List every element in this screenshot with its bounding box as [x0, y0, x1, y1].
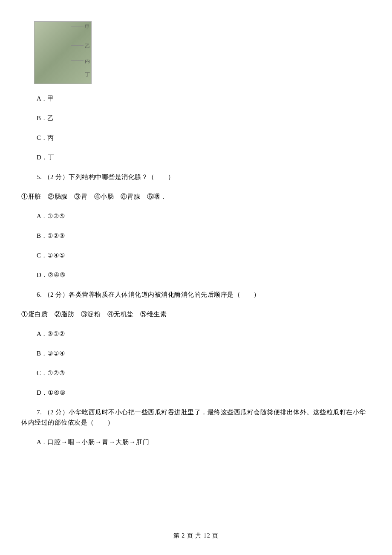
q4-option-c: C . 丙 [37, 133, 371, 143]
q5-option-c: C . ①④⑤ [37, 250, 371, 260]
q6-option-d: D . ①④⑤ [37, 387, 371, 398]
q6-stem: 6. （2 分）各类营养物质在人体消化道内被消化酶消化的先后顺序是（ ） [37, 289, 371, 300]
q6-option-c: C . ①②③ [37, 368, 371, 378]
q5-option-a: A . ①②⑤ [37, 211, 371, 221]
q7-option-a: A . 口腔→咽→小肠→胃→大肠→肛门 [37, 437, 371, 447]
page-footer: 第 2 页 共 12 页 [0, 532, 392, 540]
anatomy-label-jia: 甲 [85, 23, 90, 31]
anatomy-label-ding: 丁 [85, 71, 90, 79]
q5-option-b: B . ①②③ [37, 231, 371, 241]
q4-option-a: A . 甲 [37, 93, 371, 104]
q7-stem: 7. （2 分）小华吃西瓜时不小心把一些西瓜籽吞进肚里了，最终这些西瓜籽会随粪便… [21, 407, 371, 428]
q4-option-b: B . 乙 [37, 113, 371, 123]
q6-list: ①蛋白质 ②脂肪 ③淀粉 ④无机盐 ⑤维生素 [21, 309, 371, 319]
anatomy-diagram: 甲 乙 丙 丁 [34, 21, 92, 84]
q5-list: ①肝脏 ②肠腺 ③胃 ④小肠 ⑤胃腺 ⑥咽． [21, 191, 371, 202]
q5-stem: 5. （2 分）下列结构中哪些是消化腺？（ ） [37, 172, 371, 182]
q6-option-b: B . ③①④ [37, 348, 371, 358]
q5-option-d: D . ②④⑤ [37, 270, 371, 280]
q6-option-a: A . ③①② [37, 329, 371, 339]
q4-option-d: D . 丁 [37, 152, 371, 162]
anatomy-label-yi: 乙 [85, 42, 90, 50]
anatomy-label-bing: 丙 [85, 57, 90, 65]
